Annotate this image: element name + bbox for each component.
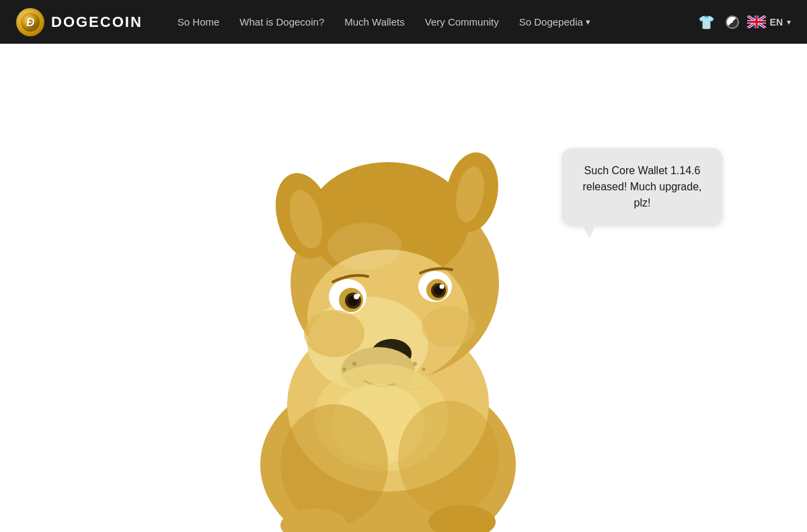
- language-code: EN: [770, 17, 783, 28]
- nav-much-wallets[interactable]: Much Wallets: [336, 11, 412, 33]
- navbar: Ð DOGECOIN So Home What is Dogecoin? Muc…: [0, 0, 807, 44]
- svg-point-35: [422, 307, 475, 347]
- logo-link[interactable]: Ð DOGECOIN: [16, 8, 143, 36]
- shirt-icon: 👕: [698, 14, 715, 30]
- svg-point-28: [357, 294, 360, 297]
- svg-point-34: [304, 310, 364, 357]
- svg-point-40: [398, 401, 499, 515]
- doge-illustration: [233, 75, 543, 532]
- logo-icon: Ð: [16, 8, 44, 36]
- nav-links: So Home What is Dogecoin? Much Wallets V…: [169, 11, 695, 33]
- nav-so-home[interactable]: So Home: [169, 11, 228, 33]
- svg-text:Ð: Ð: [26, 16, 34, 29]
- svg-point-44: [343, 368, 346, 371]
- flag-uk-icon: [747, 15, 766, 28]
- shirt-button[interactable]: 👕: [695, 11, 718, 33]
- svg-point-39: [280, 404, 388, 525]
- speech-bubble: Such Core Wallet 1.14.6 released! Much u…: [562, 148, 723, 226]
- svg-rect-10: [747, 21, 766, 23]
- chevron-down-icon: ▾: [586, 17, 590, 27]
- language-selector[interactable]: EN ▾: [747, 15, 791, 28]
- language-chevron-icon: ▾: [787, 17, 791, 27]
- doge-container: Such Core Wallet 1.14.6 released! Much u…: [0, 44, 807, 532]
- nav-what-is-dogecoin[interactable]: What is Dogecoin?: [231, 11, 332, 33]
- svg-point-33: [440, 284, 445, 289]
- theme-toggle-icon: [726, 15, 739, 29]
- svg-point-45: [413, 362, 417, 366]
- logo-text: DOGECOIN: [51, 13, 143, 31]
- theme-toggle-button[interactable]: [726, 15, 739, 29]
- nav-very-community[interactable]: Very Community: [417, 11, 507, 33]
- svg-point-43: [352, 362, 356, 366]
- main-content: Such Core Wallet 1.14.6 released! Much u…: [0, 44, 807, 532]
- nav-so-dogepedia[interactable]: So Dogepedia ▾: [511, 11, 599, 33]
- svg-point-46: [422, 368, 426, 371]
- speech-bubble-text: Such Core Wallet 1.14.6 released! Much u…: [583, 165, 702, 208]
- svg-point-47: [328, 223, 401, 270]
- nav-right: 👕 EN ▾: [695, 11, 791, 33]
